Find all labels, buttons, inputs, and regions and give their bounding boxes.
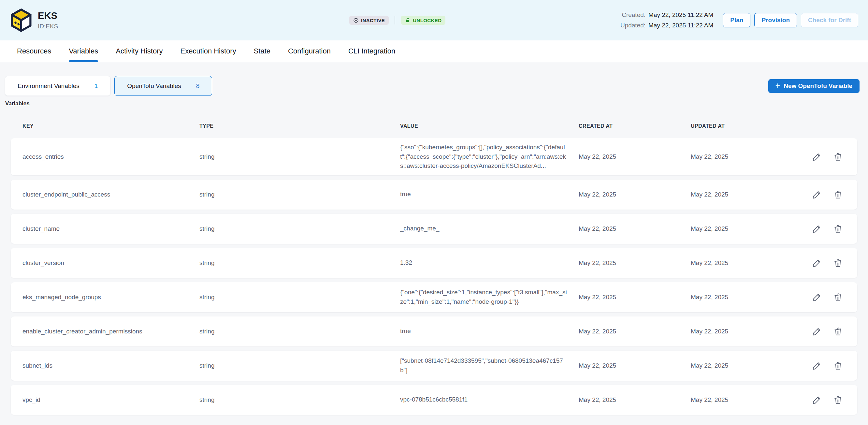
variable-key: enable_cluster_creator_admin_permissions	[23, 328, 199, 335]
table-body: access_entries string {"sso":{"kubernete…	[11, 138, 857, 415]
tab-configuration[interactable]: Configuration	[279, 40, 340, 62]
page-title: EKS	[38, 10, 58, 21]
pencil-icon	[812, 292, 822, 302]
variable-type: string	[199, 191, 400, 198]
table-row: cluster_name string _change_me_ May 22, …	[11, 214, 857, 244]
status-badges: INACTIVE UNLOCKED	[349, 16, 445, 25]
trash-icon	[833, 292, 843, 302]
header-actions: Plan Provision Check for Drift	[723, 13, 858, 27]
opentofu-variables-count: 8	[196, 83, 200, 90]
status-badge: INACTIVE	[349, 16, 389, 25]
circle-minus-icon	[353, 18, 359, 23]
trash-icon	[833, 361, 843, 371]
variable-type: string	[199, 260, 400, 267]
subtab-label: Environment Variables	[18, 83, 80, 90]
variable-updated-at: May 22, 2025	[691, 396, 805, 403]
variable-updated-at: May 22, 2025	[691, 362, 805, 369]
environment-tabs: Resources Variables Activity History Exe…	[0, 40, 868, 62]
variable-key: subnet_ids	[23, 362, 199, 369]
variable-updated-at: May 22, 2025	[691, 153, 805, 160]
trash-icon	[833, 327, 843, 336]
badge-divider	[395, 16, 395, 25]
variable-type: string	[199, 328, 400, 335]
delete-variable-button[interactable]	[833, 361, 843, 371]
created-label: Created:	[620, 11, 646, 19]
variable-created-at: May 22, 2025	[579, 191, 691, 198]
table-header: KEY TYPE VALUE CREATED AT UPDATED AT	[11, 123, 857, 129]
section-title: Variables	[5, 100, 863, 107]
variable-created-at: May 22, 2025	[579, 294, 691, 301]
variable-created-at: May 22, 2025	[579, 362, 691, 369]
pencil-icon	[812, 190, 822, 200]
variable-value: {"one":{"desired_size":1,"instance_types…	[400, 288, 579, 306]
opentofu-cube-logo-icon	[10, 8, 33, 32]
delete-variable-button[interactable]	[833, 224, 843, 234]
table-row: enable_cluster_creator_admin_permissions…	[11, 316, 857, 346]
column-created-at: CREATED AT	[579, 123, 691, 129]
variable-value: ["subnet-08f14e7142d333595","subnet-0680…	[400, 356, 579, 375]
variable-type: string	[199, 362, 400, 369]
variable-key: cluster_endpoint_public_access	[23, 191, 199, 198]
variable-created-at: May 22, 2025	[579, 153, 691, 160]
edit-variable-button[interactable]	[812, 224, 822, 234]
provision-button[interactable]: Provision	[754, 13, 797, 27]
variable-updated-at: May 22, 2025	[691, 191, 805, 198]
environment-variables-count: 1	[94, 83, 98, 90]
edit-variable-button[interactable]	[812, 327, 822, 336]
variable-value: {"sso":{"kubernetes_groups":[],"policy_a…	[400, 143, 579, 171]
variable-updated-at: May 22, 2025	[691, 260, 805, 267]
trash-icon	[833, 224, 843, 234]
variable-key: cluster_version	[23, 260, 199, 267]
plan-button[interactable]: Plan	[723, 13, 750, 27]
new-opentofu-variable-button[interactable]: + New OpenTofu Variable	[768, 79, 860, 93]
variable-updated-at: May 22, 2025	[691, 328, 805, 335]
variable-value: 1.32	[400, 258, 579, 268]
tab-activity-history[interactable]: Activity History	[107, 40, 172, 62]
variable-value: true	[400, 190, 579, 199]
column-value: VALUE	[400, 123, 579, 129]
variable-key: vpc_id	[23, 396, 199, 403]
plus-icon: +	[775, 82, 780, 90]
variable-type: string	[199, 225, 400, 232]
column-key: KEY	[23, 123, 199, 129]
created-value: May 22, 2025 11:22 AM	[648, 11, 713, 19]
environment-header: EKS ID:EKS INACTIVE UNLOCKED C	[0, 0, 868, 40]
edit-variable-button[interactable]	[812, 258, 822, 268]
delete-variable-button[interactable]	[833, 327, 843, 336]
edit-variable-button[interactable]	[812, 190, 822, 200]
trash-icon	[833, 395, 843, 405]
delete-variable-button[interactable]	[833, 190, 843, 200]
variable-key: eks_managed_node_groups	[23, 294, 199, 301]
edit-variable-button[interactable]	[812, 361, 822, 371]
delete-variable-button[interactable]	[833, 395, 843, 405]
tab-state[interactable]: State	[245, 40, 279, 62]
edit-variable-button[interactable]	[812, 152, 822, 162]
variable-value: _change_me_	[400, 224, 579, 233]
pencil-icon	[812, 224, 822, 234]
edit-variable-button[interactable]	[812, 292, 822, 302]
delete-variable-button[interactable]	[833, 292, 843, 302]
trash-icon	[833, 152, 843, 162]
table-row: subnet_ids string ["subnet-08f14e7142d33…	[11, 351, 857, 381]
check-for-drift-button[interactable]: Check for Drift	[801, 13, 858, 27]
tab-cli-integration[interactable]: CLI Integration	[340, 40, 404, 62]
tab-execution-history[interactable]: Execution History	[172, 40, 245, 62]
delete-variable-button[interactable]	[833, 152, 843, 162]
tab-resources[interactable]: Resources	[8, 40, 60, 62]
subtab-environment-variables[interactable]: Environment Variables 1	[5, 76, 111, 96]
pencil-icon	[812, 395, 822, 405]
lock-status-badge: UNLOCKED	[401, 16, 445, 25]
subtab-opentofu-variables[interactable]: OpenTofu Variables 8	[114, 76, 212, 96]
pencil-icon	[812, 152, 822, 162]
variable-value: true	[400, 327, 579, 336]
variable-created-at: May 22, 2025	[579, 328, 691, 335]
brand: EKS ID:EKS	[10, 8, 58, 32]
subtab-label: OpenTofu Variables	[127, 83, 181, 90]
edit-variable-button[interactable]	[812, 395, 822, 405]
tab-variables[interactable]: Variables	[60, 40, 107, 62]
variable-key: access_entries	[23, 153, 199, 160]
variable-type: string	[199, 153, 400, 160]
column-updated-at: UPDATED AT	[691, 123, 805, 129]
table-row: cluster_version string 1.32 May 22, 2025…	[11, 248, 857, 278]
delete-variable-button[interactable]	[833, 258, 843, 268]
